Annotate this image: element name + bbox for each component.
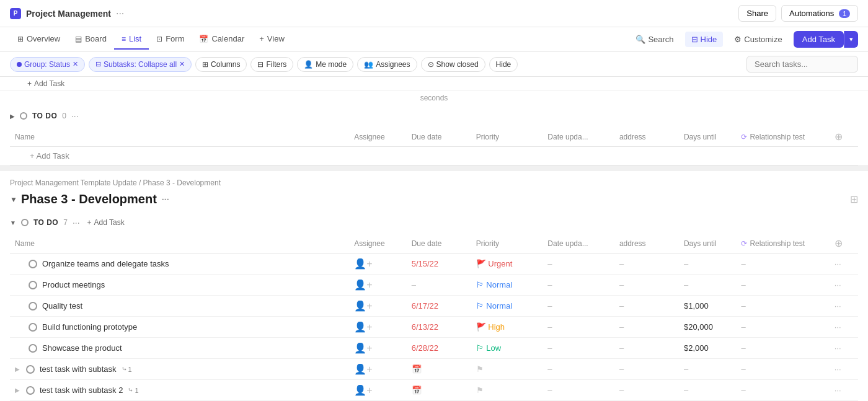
search-button[interactable]: 🔍 Search [629, 32, 680, 47]
tab-form[interactable]: ⊡ Form [149, 29, 192, 50]
task-more-icon[interactable]: ··· [835, 280, 841, 289]
task-due-date[interactable]: 6/13/22 [407, 317, 471, 338]
assignee-icon[interactable]: 👤+ [354, 301, 372, 311]
task-status-icon[interactable] [29, 344, 37, 353]
task-assignee[interactable]: 👤+ [349, 338, 406, 359]
add-task-inline-top[interactable]: + Add Task [25, 79, 843, 88]
plus-col-icon-1[interactable]: ⊕ [835, 131, 843, 142]
expand-btn[interactable]: ▶ [15, 387, 20, 394]
assignee-icon[interactable]: 👤+ [354, 258, 372, 269]
status-header-1[interactable]: ▶ TO DO 0 ··· [10, 105, 858, 127]
assignee-icon[interactable]: 👤+ [354, 343, 372, 353]
task-assignee[interactable]: 👤+ [349, 275, 406, 296]
customize-button[interactable]: ⚙ Customize [728, 32, 788, 47]
task-actions[interactable]: ··· [830, 380, 858, 401]
tab-calendar[interactable]: 📅 Calendar [192, 29, 252, 50]
task-assignee[interactable]: 👤+ [349, 296, 406, 317]
table-row[interactable]: Showcase the product 👤+ 6/28/22 🏳 Low – … [10, 338, 858, 359]
task-due-date[interactable]: 📅 [407, 380, 471, 401]
task-more-icon[interactable]: ··· [835, 259, 841, 268]
me-mode-chip[interactable]: 👤 Me mode [297, 57, 353, 72]
tab-list[interactable]: ≡ List [114, 29, 149, 50]
filters-chip[interactable]: ⊟ Filters [250, 57, 293, 72]
th-rel-1: ⟳ Relationship test [736, 127, 829, 147]
task-priority[interactable]: 🚩 High [471, 317, 543, 338]
tab-add-view[interactable]: + View [252, 29, 292, 50]
task-status-icon[interactable] [26, 365, 35, 374]
task-status-icon[interactable] [29, 323, 37, 332]
tab-board[interactable]: ▤ Board [68, 29, 114, 50]
group-status-chip[interactable]: Group: Status ✕ [10, 57, 85, 72]
phase-chevron[interactable]: ▼ [10, 195, 17, 204]
assignee-icon[interactable]: 👤+ [354, 280, 372, 290]
table-row[interactable]: Organize teams and delegate tasks 👤+ 5/1… [10, 253, 858, 275]
task-actions[interactable]: ··· [830, 338, 858, 359]
task-due-date[interactable]: 5/15/22 [407, 253, 471, 275]
task-assignee[interactable]: 👤+ [349, 359, 406, 380]
subtasks-chip[interactable]: ⊟ Subtasks: Collapse all ✕ [89, 57, 192, 72]
task-more-icon[interactable]: ··· [835, 322, 841, 332]
task-priority[interactable]: ⚑ [471, 359, 543, 380]
task-priority[interactable]: 🚩 Urgent [471, 253, 543, 275]
task-due-date[interactable]: 📅 [407, 359, 471, 380]
search-tasks-input[interactable] [746, 56, 858, 73]
task-due-date[interactable]: 6/17/22 [407, 296, 471, 317]
task-status-icon[interactable] [29, 260, 37, 268]
task-more-icon[interactable]: ··· [835, 343, 841, 353]
task-status-icon[interactable] [26, 386, 35, 395]
group-status-close-icon[interactable]: ✕ [73, 60, 78, 68]
task-priority[interactable]: 🏳 Normal [471, 296, 543, 317]
task-more-icon[interactable]: ··· [835, 301, 841, 311]
top-bar-dots[interactable]: ··· [116, 8, 124, 19]
expand-btn[interactable]: ▶ [15, 366, 20, 372]
subtasks-close-icon[interactable]: ✕ [179, 60, 185, 68]
status-dots-2[interactable]: ··· [73, 218, 80, 227]
assignees-chip[interactable]: 👥 Assignees [357, 57, 417, 72]
task-assignee[interactable]: 👤+ [349, 253, 406, 275]
tab-overview[interactable]: ⊞ Overview [10, 29, 68, 50]
task-priority[interactable]: 🏳 Normal [471, 275, 543, 296]
task-priority[interactable]: ⚑ [471, 380, 543, 401]
share-button[interactable]: Share [738, 5, 776, 22]
assignee-icon[interactable]: 👤+ [354, 364, 372, 374]
task-priority[interactable]: 🏳 Low [471, 338, 543, 359]
add-task-button[interactable]: Add Task [794, 31, 844, 48]
add-task-status-2[interactable]: + Add Task [85, 218, 127, 227]
task-actions[interactable]: ··· [830, 317, 858, 338]
phase-grid-button[interactable]: ⊞ [850, 193, 858, 205]
assignee-icon[interactable]: 👤+ [354, 322, 372, 332]
assignee-icon[interactable]: 👤+ [354, 385, 372, 395]
task-actions[interactable]: ··· [830, 275, 858, 296]
task-actions[interactable]: ··· [830, 253, 858, 275]
status-header-2[interactable]: ▼ TO DO 7 ··· + Add Task [10, 211, 858, 234]
hide-button[interactable]: ⊟ Hide [685, 32, 724, 47]
table-row[interactable]: Build functioning prototype 👤+ 6/13/22 🚩… [10, 317, 858, 338]
table-row[interactable]: Quality test 👤+ 6/17/22 🏳 Normal – – $1,… [10, 296, 858, 317]
plus-col-icon-2[interactable]: ⊕ [835, 238, 843, 249]
task-assignee[interactable]: 👤+ [349, 317, 406, 338]
task-actions[interactable]: ··· [830, 296, 858, 317]
add-task-row-1[interactable]: + Add Task [10, 147, 858, 165]
automations-button[interactable]: Automations 1 [781, 5, 858, 22]
add-task-dropdown-button[interactable]: ▾ [844, 31, 858, 48]
phase-dots[interactable]: ··· [162, 195, 169, 205]
status-dots-1[interactable]: ··· [71, 111, 79, 121]
task-relationship: – [736, 359, 829, 380]
table-row[interactable]: ▶ test task with subtask 2 ⤷ 1 👤+ 📅 ⚑ – … [10, 380, 858, 401]
columns-chip[interactable]: ⊞ Columns [195, 57, 247, 72]
task-assignee[interactable]: 👤+ [349, 380, 406, 401]
task-due-date[interactable]: 6/28/22 [407, 338, 471, 359]
show-closed-chip[interactable]: ⊙ Show closed [421, 57, 485, 72]
task-more-icon[interactable]: ··· [835, 386, 841, 395]
task-due-date[interactable]: – [407, 275, 471, 296]
th-add-col-2[interactable]: ⊕ [830, 234, 858, 253]
table-row[interactable]: ▶ test task with subtask ⤷ 1 👤+ 📅 ⚑ – – … [10, 359, 858, 380]
hide-chip[interactable]: Hide [489, 57, 518, 72]
th-add-col-1[interactable]: ⊕ [830, 127, 858, 147]
task-actions[interactable]: ··· [830, 359, 858, 380]
task-more-icon[interactable]: ··· [835, 364, 841, 374]
task-status-icon[interactable] [29, 281, 37, 289]
table-row[interactable]: Product meetings 👤+ – 🏳 Normal – – – – ·… [10, 275, 858, 296]
phase-title: Phase 3 - Development ··· [21, 192, 169, 206]
task-status-icon[interactable] [29, 302, 37, 311]
